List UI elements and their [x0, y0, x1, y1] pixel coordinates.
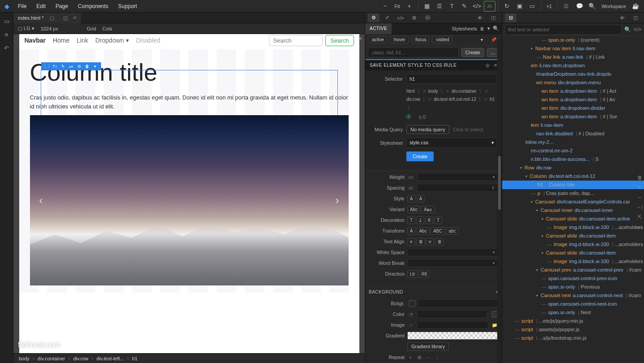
carousel-image[interactable]: ‹ › [30, 115, 349, 285]
rect-icon[interactable]: ▭ [636, 223, 643, 230]
tab-window-icon[interactable]: ▢ [47, 13, 57, 23]
toggle-option[interactable]: A [407, 227, 416, 235]
sel-link-icon[interactable]: ᔕ [68, 63, 74, 69]
tab-index[interactable]: index.html * ▢ ◫ ✕ [13, 13, 81, 23]
search-icon[interactable]: 🔍 [586, 1, 598, 12]
tree-row[interactable]: ▾Columndiv.text-left.col-md-12 [502, 172, 644, 181]
close-icon[interactable]: ✕ [494, 63, 498, 68]
repeat-none-icon[interactable]: ▪ [407, 354, 414, 360]
repeat-x-icon[interactable]: ⋯ [425, 354, 431, 360]
chevron-down-icon[interactable]: ▾ [478, 36, 486, 43]
tree-row[interactable]: wn itema.dropdown-item| # | An [502, 95, 644, 104]
viewport-size[interactable]: ▢ LG ▾ [18, 26, 34, 31]
pseudo-visited[interactable]: :visited [432, 36, 452, 43]
tree-row[interactable]: —Nav linka.nav-link| # | Link [502, 53, 644, 61]
page-icon[interactable]: ▭ [2, 16, 12, 26]
panel-icon[interactable]: ◫ [630, 13, 641, 22]
selector-field[interactable] [406, 74, 497, 84]
tree-row[interactable]: ▾Carousel preva.carousel-control-prev| #… [502, 266, 644, 274]
tree-row[interactable]: wn itema.dropdown-item| # | Sor [502, 112, 644, 121]
toggle-option[interactable]: Rtl [419, 270, 430, 278]
canvas-close-icon[interactable]: × [358, 35, 362, 42]
align-left-icon[interactable]: ≡ [407, 238, 415, 246]
tree-row[interactable]: inline.my-2... [502, 138, 644, 147]
sel-drag-icon[interactable]: ⋮⋮ [44, 63, 50, 69]
toggle-option[interactable]: Abc [407, 206, 420, 213]
code-toggle-icon[interactable]: </> [634, 26, 641, 33]
zoom-level[interactable]: ×1 [544, 4, 555, 9]
menu-page[interactable]: Page [51, 0, 73, 13]
code-icon[interactable]: </> [471, 1, 483, 12]
create-button[interactable]: Create [461, 48, 484, 57]
tree-row[interactable]: —span.sr-only| Previous [502, 283, 644, 291]
zoom-fit[interactable]: Fit [392, 4, 402, 9]
zoom-out-icon[interactable]: − [379, 1, 391, 12]
whitespace-select[interactable]: ▾ [407, 248, 498, 256]
align-center-icon[interactable]: ≣ [416, 238, 425, 246]
tree-row[interactable]: —h1| Column title [502, 181, 644, 189]
tab-wp-icon[interactable]: ⓦ [422, 13, 433, 22]
tree-row[interactable]: —span.sr-only| (current) [502, 36, 644, 44]
tree-row[interactable]: —script| ...ets/js/jquery.min.js [502, 317, 644, 325]
radio-active-icon[interactable] [406, 114, 411, 119]
gradient-library-button[interactable]: Gradient library [407, 342, 449, 351]
tree-row[interactable]: n.btn.btn-outline-success...| S [502, 155, 644, 164]
tree-row[interactable]: wn itema.dropdown-item| # | Act [502, 87, 644, 95]
breadcrumb-item[interactable]: div.text-left... [94, 356, 126, 361]
zoom-in-icon[interactable]: + [404, 1, 415, 12]
tree-row[interactable]: ▾Carousel nexta.carousel-control-next| #… [502, 291, 644, 300]
tree-row[interactable]: —Imageimg.d-block.w-100| ...aceholders [502, 240, 644, 249]
library-icon[interactable]: ≡ [2, 30, 12, 39]
menu-components[interactable]: Components [73, 0, 113, 13]
expand-icon[interactable]: ⇱ [636, 213, 643, 220]
tree-row[interactable]: ▾Rowdiv.row [502, 164, 644, 172]
toggle-option[interactable]: Abc [417, 227, 430, 235]
insert-icon[interactable]: →| [636, 203, 643, 211]
chevron-down-icon[interactable]: ▾ [487, 26, 490, 31]
visibility-icon[interactable]: 👁̸ [560, 1, 572, 12]
toggle-option[interactable]: A [407, 195, 416, 203]
tree-row[interactable]: rm-control.mr-sm-2 [502, 147, 644, 155]
toggle-option[interactable]: Ltr [407, 270, 418, 278]
css-icon[interactable]: ✎ [459, 1, 470, 12]
breadcrumb-item[interactable]: body [17, 356, 31, 361]
tree-row[interactable]: —Imageimg.d-block.w-100| ...aceholders [502, 257, 644, 266]
cols-toggle[interactable]: Cols [102, 26, 112, 31]
tree-icon[interactable]: ⊟ [505, 13, 516, 22]
stylesheets-file-icon[interactable]: 🗎 [480, 26, 485, 31]
sel-edit-icon[interactable]: ✎ [60, 63, 66, 69]
js-icon[interactable]: JS [484, 1, 495, 12]
sel-del-icon[interactable]: 🗑 [84, 63, 90, 69]
tree-row[interactable]: —span.carousel-control-next-icon [502, 300, 644, 308]
target-icon[interactable]: ◎ [486, 63, 490, 68]
tab-close-icon[interactable]: ✕ [73, 13, 77, 23]
toggle-option[interactable]: T̶ [425, 216, 433, 224]
search-icon[interactable]: 🔍 [624, 26, 631, 33]
background-header[interactable]: BACKGROUND▾ [365, 286, 502, 297]
tab-split-icon[interactable]: ◫ [60, 13, 70, 23]
wordbreak-select[interactable]: ▾ [407, 259, 498, 267]
undo-icon[interactable]: ↶ [2, 43, 12, 53]
device-icon[interactable]: ▣ [514, 1, 525, 12]
tree-row[interactable]: ▾Carousel slidediv.carousel-item [502, 249, 644, 257]
tree-row[interactable]: wn itemdiv.dropdown-divider [502, 104, 644, 112]
sel-text-icon[interactable]: T↕ [52, 63, 58, 69]
grid-toggle[interactable]: Grid [87, 26, 96, 31]
workspace-label[interactable]: Workspace [599, 4, 629, 9]
tree-row[interactable]: —span.sr-only| Next [502, 308, 644, 317]
tab-brush-icon[interactable]: ✐ [381, 13, 393, 22]
tree-row[interactable]: ▾Navbar nav itemli.nav-item [502, 44, 644, 53]
eye-icon[interactable]: 👁 [616, 13, 628, 22]
tab-code-icon[interactable]: </> [395, 13, 406, 22]
tree-row[interactable]: #navbarDropdown.nav-link.dropdo [502, 70, 644, 78]
gradient-preview[interactable] [407, 332, 498, 340]
tree-row[interactable]: —script| assets/js/popper.js [502, 325, 644, 334]
toggle-option[interactable]: A [417, 195, 425, 203]
toggle-option[interactable]: ABC [431, 227, 445, 235]
tree-search-input[interactable] [505, 25, 622, 35]
tree-row[interactable]: —script| ...s/js/bootstrap.min.js [502, 334, 644, 342]
tree-row[interactable]: nav-link.disabled| # | Disabled [502, 130, 644, 138]
bckgr-swatch[interactable] [409, 300, 415, 307]
layout-icon[interactable]: ☰ [434, 1, 445, 12]
tree-row[interactable]: ▾Carousel slidediv.carousel-item.active [502, 215, 644, 223]
